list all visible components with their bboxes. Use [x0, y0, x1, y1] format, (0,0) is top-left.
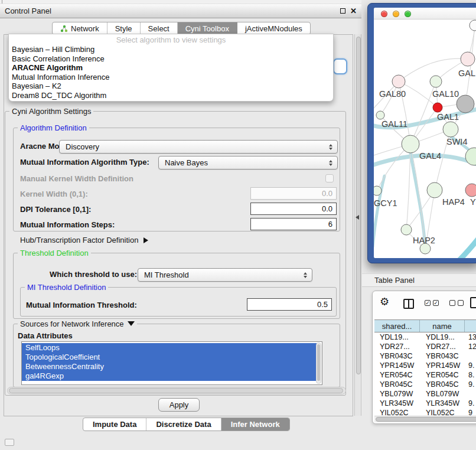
attribute-list-item[interactable]: SelfLoops [22, 343, 317, 353]
table-cell[interactable]: YBR043C [374, 352, 420, 360]
table-cell[interactable]: YDR27... [374, 343, 420, 351]
tab-infer-network[interactable]: Infer Network [221, 418, 289, 431]
table-cell[interactable]: YBL079W [420, 390, 465, 398]
network-edge[interactable] [457, 227, 476, 258]
attribute-list-item[interactable]: BetweennessCentrality [22, 362, 317, 371]
table-cell[interactable]: YDR27... [420, 343, 465, 351]
sources-legend[interactable]: Sources for Network Inference [18, 319, 137, 328]
table-cell[interactable]: YPR145W [420, 361, 465, 370]
column-layout-icon[interactable] [403, 299, 414, 309]
network-node-gal1[interactable] [443, 122, 458, 137]
algorithm-option[interactable]: Basic Correlation Inference [9, 54, 333, 64]
table-body[interactable]: YDL19...YDL19...13YDR27...YDR27...12YBR0… [374, 332, 476, 415]
dpi-tolerance-field[interactable]: 0.0 [250, 203, 337, 215]
table-cell[interactable]: 9. [465, 361, 476, 370]
tab-impute-data[interactable]: Impute Data [83, 418, 146, 431]
manual-kernel-width-checkbox[interactable] [325, 174, 334, 182]
table-row[interactable]: YPR145WYPR145W9. [374, 361, 476, 370]
close-panel-icon[interactable]: ✕ [350, 7, 357, 15]
data-attributes-list[interactable]: SelfLoopsTopologicalCoefficientBetweenne… [21, 341, 322, 385]
restore-panel-button[interactable] [5, 439, 14, 446]
table-row[interactable]: YBR043CYBR043C [374, 351, 476, 361]
attribute-list-item[interactable]: gal4RGexp [22, 371, 317, 381]
column-header-name[interactable]: name [420, 320, 465, 332]
tab-style[interactable]: Style [107, 22, 141, 34]
aracne-mode-select[interactable]: Discovery [59, 140, 338, 154]
select-all-checkboxes-icon[interactable]: ✓ ✓ [425, 300, 439, 306]
mi-algorithm-type-select[interactable]: Naive Bayes [158, 156, 338, 169]
table-settings-gear-icon[interactable]: ⚙ [380, 296, 389, 307]
algorithm-option[interactable]: Bayesian – K2 [9, 81, 333, 91]
network-node-gal4[interactable] [402, 135, 419, 153]
algorithm-option[interactable]: Dream8 DC_TDC Algorithm [9, 91, 333, 100]
settings-vertical-scrollbar[interactable] [354, 34, 361, 416]
table-cell[interactable]: YBL079W [374, 390, 420, 398]
table-cell[interactable]: 13 [465, 333, 476, 341]
table-cell[interactable]: YDL19... [420, 333, 465, 341]
attributes-scrollbar[interactable] [316, 343, 321, 384]
table-cell[interactable]: YBR045C [420, 380, 465, 389]
settings-vertical-thumb[interactable] [356, 37, 361, 374]
table-cell[interactable]: 12 [465, 343, 476, 351]
mac-zoom-icon[interactable] [405, 11, 411, 17]
apply-button[interactable]: Apply [158, 398, 200, 412]
table-row[interactable]: YBL079WYBL079W [374, 389, 476, 399]
tab-discretize-data[interactable]: Discretize Data [146, 418, 221, 431]
table-row[interactable]: YBR045CYBR045C9. [374, 380, 476, 389]
table-row[interactable]: YER054CYER054C8. [374, 370, 476, 380]
table-cell[interactable]: YBR045C [374, 380, 420, 389]
network-node-gal10[interactable] [430, 76, 442, 87]
network-node-gal[interactable] [461, 52, 475, 66]
attributes-scrollbar-thumb[interactable] [317, 344, 320, 381]
network-node[interactable] [470, 20, 476, 31]
network-edge[interactable] [410, 153, 425, 249]
table-cell[interactable]: YDL19... [374, 333, 420, 341]
table-cell[interactable]: YBR043C [420, 352, 465, 360]
panel-collapse-arrow-icon[interactable] [356, 215, 359, 220]
algorithm-option[interactable]: Mutual Information Inference [9, 73, 333, 82]
mac-close-icon[interactable] [381, 11, 387, 17]
table-horizontal-thumb[interactable] [376, 417, 476, 422]
which-threshold-select[interactable]: MI Threshold [138, 268, 312, 282]
table-cell[interactable]: 8. [465, 371, 476, 379]
network-node-y[interactable] [465, 184, 476, 197]
network-view-window[interactable]: GALGAL80GAL10GAL1GAL11SWI4GAL4GCY1HAP4YH… [367, 3, 476, 263]
tab-cyni-toolbox[interactable]: Cyni Toolbox [178, 22, 237, 34]
expand-right-icon[interactable] [144, 237, 148, 243]
column-header-shared-name[interactable]: shared... [374, 320, 420, 332]
tab-network[interactable]: Network [53, 22, 107, 34]
mac-minimize-icon[interactable] [393, 11, 399, 17]
table-row[interactable]: YDL19...YDL19...13 [374, 332, 476, 342]
network-node[interactable] [457, 95, 474, 113]
new-table-icon[interactable] [470, 297, 476, 308]
mi-threshold-field[interactable]: 0.5 [247, 298, 332, 311]
algorithm-option[interactable]: Bayesian – Hill Climbing [9, 45, 333, 54]
table-cell[interactable]: 9. [465, 399, 476, 407]
table-cell[interactable]: YER054C [420, 371, 465, 379]
collapse-down-icon[interactable] [128, 321, 135, 326]
network-node-hap2[interactable] [401, 224, 412, 235]
settings-horizontal-thumb[interactable] [9, 388, 343, 393]
table-cell[interactable]: 9. [465, 380, 476, 389]
table-row[interactable]: YDR27...YDR27...12 [374, 342, 476, 351]
algorithm-option[interactable]: ARACNE Algorithm [9, 63, 333, 73]
hub-transcription-factor-section[interactable]: Hub/Transcription Factor Definition [20, 236, 148, 244]
network-node-gal11[interactable] [376, 111, 384, 119]
network-node-gal80[interactable] [392, 75, 405, 88]
column-header-clipped[interactable] [465, 320, 476, 332]
table-cell[interactable]: 9 [465, 409, 476, 415]
table-cell[interactable]: YIL052C [374, 409, 420, 415]
network-node-hap4[interactable] [427, 182, 442, 198]
hidden-algorithm-combo-fragment[interactable] [333, 58, 347, 74]
table-row[interactable]: YLR345WYLR345W9. [374, 399, 476, 408]
attribute-list-item[interactable]: TopologicalCoefficient [22, 353, 317, 362]
network-node-gcy1[interactable] [374, 186, 382, 195]
deselect-all-checkboxes-icon[interactable] [449, 300, 464, 306]
tab-select[interactable]: Select [141, 22, 178, 34]
table-cell[interactable]: YLR345W [374, 399, 420, 407]
tab-jactivemnodules[interactable]: jActiveMNodules [237, 22, 310, 34]
table-row[interactable]: YIL052CYIL052C9 [374, 408, 476, 415]
table-cell[interactable]: YPR145W [374, 361, 420, 370]
network-node[interactable] [433, 103, 442, 112]
mi-steps-field[interactable]: 6 [250, 218, 337, 230]
